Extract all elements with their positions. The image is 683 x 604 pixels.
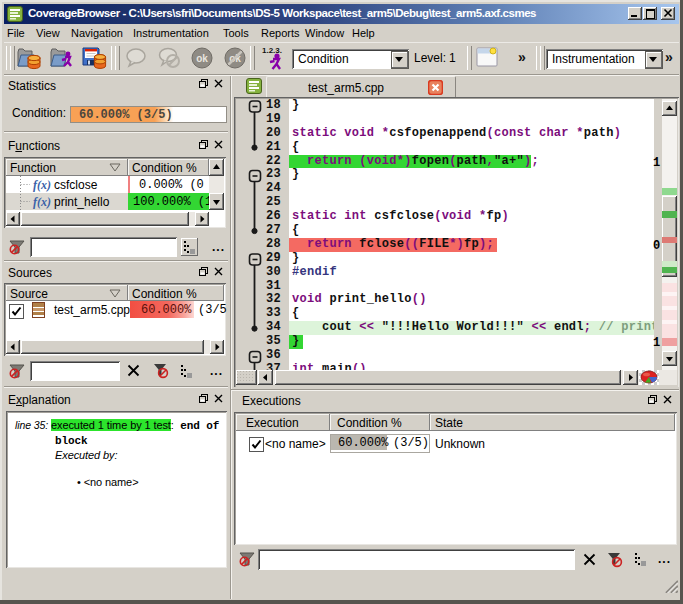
svg-text:f(x): f(x) (33, 178, 51, 192)
svg-text:1.2.3.: 1.2.3. (262, 46, 282, 55)
svg-text:f(x): f(x) (33, 195, 51, 209)
svg-text:ok: ok (196, 53, 208, 64)
